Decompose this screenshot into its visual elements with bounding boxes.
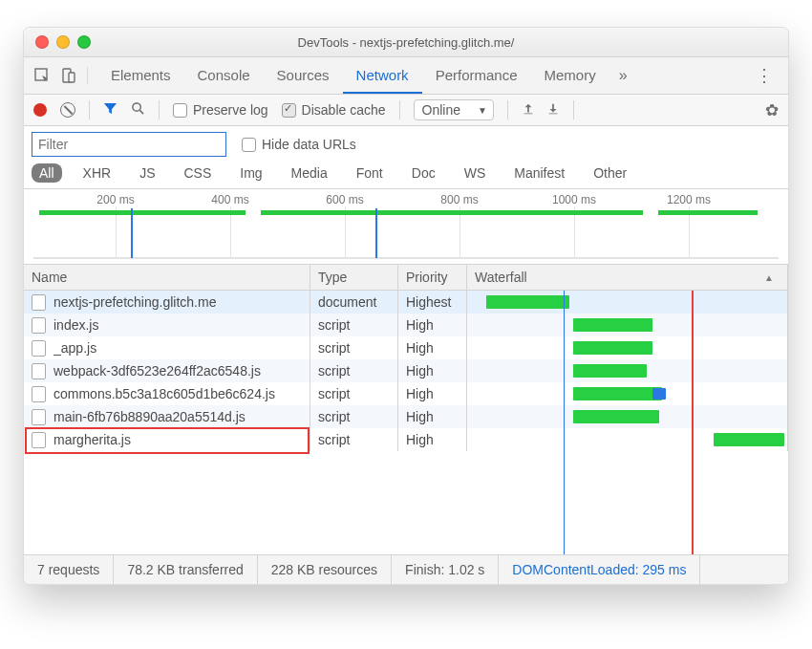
file-icon xyxy=(32,317,46,334)
table-row[interactable]: webpack-3df6523e264ff2ac6548.jsscriptHig… xyxy=(24,359,788,382)
file-icon xyxy=(32,386,46,402)
timeline-tick: 600 ms xyxy=(326,193,363,206)
tab-memory[interactable]: Memory xyxy=(531,57,609,94)
tab-sources[interactable]: Sources xyxy=(264,57,343,94)
table-row[interactable]: nextjs-prefetching.glitch.medocumentHigh… xyxy=(24,291,788,314)
table-row[interactable]: main-6fb76b8890aa20a5514d.jsscriptHigh xyxy=(24,405,788,428)
tab-performance[interactable]: Performance xyxy=(422,57,531,94)
hide-data-urls-checkbox[interactable]: Hide data URLs xyxy=(242,136,356,153)
throttling-select[interactable]: Online ▼ xyxy=(414,99,494,120)
waterfall-bar xyxy=(573,318,653,332)
request-name: margherita.js xyxy=(53,432,131,447)
tab-elements[interactable]: Elements xyxy=(97,57,184,94)
status-requests: 7 requests xyxy=(24,555,114,584)
tab-console[interactable]: Console xyxy=(184,57,264,94)
table-row[interactable]: margherita.jsscriptHigh xyxy=(24,428,788,451)
request-name: _app.js xyxy=(53,340,96,356)
status-finish: Finish: 1.02 s xyxy=(392,555,499,584)
type-filter-all[interactable]: All xyxy=(32,163,62,183)
request-type: script xyxy=(310,382,398,405)
file-icon xyxy=(32,409,46,425)
type-filter-xhr[interactable]: XHR xyxy=(75,163,119,183)
status-dcl: DOMContentLoaded: 295 ms xyxy=(499,555,700,584)
request-table: Name Type Priority Waterfall▲ nextjs-pre… xyxy=(24,265,788,554)
select-element-icon[interactable] xyxy=(33,67,51,84)
type-filter-other[interactable]: Other xyxy=(586,163,634,183)
tab-network[interactable]: Network xyxy=(343,57,422,94)
separator xyxy=(159,100,160,119)
filter-bar: Hide data URLs xyxy=(24,126,788,162)
settings-icon[interactable]: ✿ xyxy=(765,100,779,120)
column-priority[interactable]: Priority xyxy=(398,265,467,290)
file-icon xyxy=(32,363,46,379)
waterfall-bar xyxy=(573,341,653,355)
timeline-tick: 200 ms xyxy=(96,193,134,206)
request-priority: High xyxy=(398,314,467,336)
file-icon xyxy=(32,432,46,448)
request-priority: High xyxy=(398,336,467,359)
status-resources: 228 KB resources xyxy=(258,555,392,584)
request-name: index.js xyxy=(53,317,98,333)
window-title: DevTools - nextjs-prefetching.glitch.me/ xyxy=(24,35,788,50)
type-filter-manifest[interactable]: Manifest xyxy=(506,163,572,183)
type-filter-doc[interactable]: Doc xyxy=(404,163,443,183)
filter-input[interactable] xyxy=(32,132,226,157)
chevron-down-icon: ▼ xyxy=(478,105,487,116)
network-toolbar: Preserve log Disable cache Online ▼ ✿ xyxy=(24,95,788,126)
table-row[interactable]: _app.jsscriptHigh xyxy=(24,336,788,359)
column-type[interactable]: Type xyxy=(310,265,398,290)
search-icon[interactable] xyxy=(131,101,145,119)
waterfall-bar xyxy=(573,410,659,423)
waterfall-bar xyxy=(714,433,784,446)
type-filter-ws[interactable]: WS xyxy=(457,163,494,183)
disable-cache-checkbox[interactable]: Disable cache xyxy=(282,102,386,119)
file-icon xyxy=(32,294,46,311)
waterfall-bar xyxy=(573,387,663,400)
kebab-menu-icon[interactable]: ⋮ xyxy=(750,65,779,86)
more-panels-icon[interactable]: » xyxy=(609,67,637,84)
titlebar: DevTools - nextjs-prefetching.glitch.me/ xyxy=(24,28,788,57)
separator xyxy=(573,100,574,119)
toggle-device-icon[interactable] xyxy=(60,67,77,84)
type-filter-js[interactable]: JS xyxy=(132,163,162,183)
request-name: main-6fb76b8890aa20a5514d.js xyxy=(53,409,246,424)
timeline-tick: 1000 ms xyxy=(552,193,596,206)
sort-asc-icon: ▲ xyxy=(764,272,780,283)
preserve-log-checkbox[interactable]: Preserve log xyxy=(173,102,268,119)
panel-tabbar: ElementsConsoleSourcesNetworkPerformance… xyxy=(24,57,788,95)
type-filter-img[interactable]: Img xyxy=(232,163,269,183)
request-priority: High xyxy=(398,382,467,405)
waterfall-bar xyxy=(486,295,569,309)
timeline-tick: 800 ms xyxy=(440,193,478,206)
type-filter-css[interactable]: CSS xyxy=(176,163,219,183)
request-type: script xyxy=(310,428,398,451)
separator xyxy=(89,100,90,119)
table-row[interactable]: index.jsscriptHigh xyxy=(24,314,788,336)
request-type: script xyxy=(310,336,398,359)
file-icon xyxy=(32,340,46,357)
throttling-value: Online xyxy=(422,102,460,118)
resource-type-filter: AllXHRJSCSSImgMediaFontDocWSManifestOthe… xyxy=(24,162,788,189)
filter-toggle-icon[interactable] xyxy=(103,101,118,119)
record-button[interactable] xyxy=(33,103,47,117)
request-type: script xyxy=(310,405,398,428)
column-name[interactable]: Name xyxy=(24,265,310,290)
devtools-window: DevTools - nextjs-prefetching.glitch.me/… xyxy=(23,27,789,585)
clear-button[interactable] xyxy=(60,102,75,118)
waterfall-bar xyxy=(573,364,647,378)
column-waterfall[interactable]: Waterfall▲ xyxy=(467,265,788,290)
request-type: document xyxy=(310,291,398,314)
type-filter-font[interactable]: Font xyxy=(349,163,391,183)
request-priority: High xyxy=(398,359,467,382)
request-type: script xyxy=(310,359,398,382)
separator xyxy=(507,100,508,119)
download-har-icon[interactable] xyxy=(546,102,560,119)
request-priority: High xyxy=(398,428,467,451)
request-priority: Highest xyxy=(398,291,467,314)
status-bar: 7 requests 78.2 KB transferred 228 KB re… xyxy=(24,554,788,584)
type-filter-media[interactable]: Media xyxy=(284,163,335,183)
request-name: webpack-3df6523e264ff2ac6548.js xyxy=(53,363,261,379)
timeline-overview[interactable]: 200 ms400 ms600 ms800 ms1000 ms1200 ms xyxy=(24,189,788,265)
upload-har-icon[interactable] xyxy=(522,102,535,119)
table-row[interactable]: commons.b5c3a18c605d1be6c624.jsscriptHig… xyxy=(24,382,788,405)
